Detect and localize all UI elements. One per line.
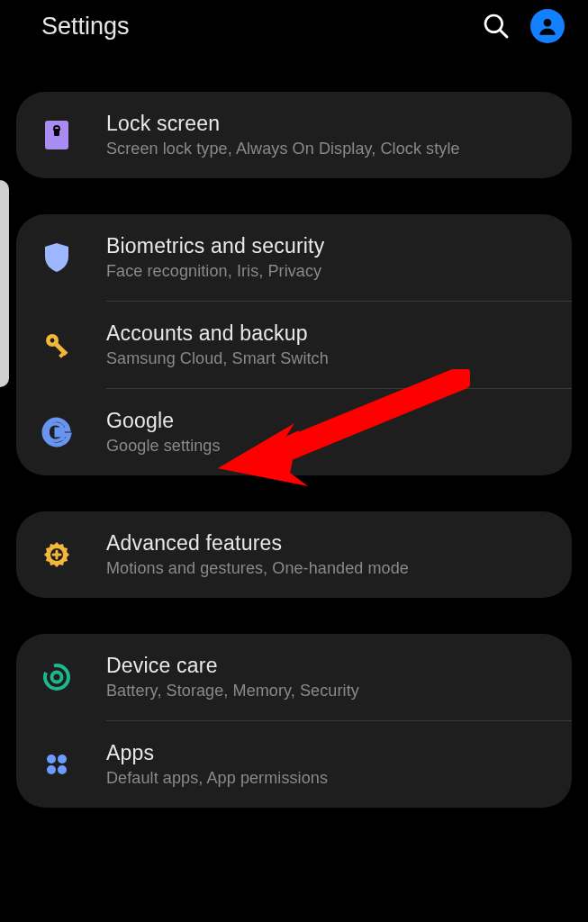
- header-actions: [482, 9, 565, 43]
- item-subtitle: Samsung Cloud, Smart Switch: [106, 349, 548, 368]
- gear-plus-icon: [34, 538, 79, 571]
- item-text: Accounts and backup Samsung Cloud, Smart…: [79, 321, 548, 368]
- shield-icon: [34, 241, 79, 274]
- svg-point-14: [58, 755, 67, 764]
- edge-panel-handle[interactable]: [0, 180, 9, 387]
- settings-group: Lock screen Screen lock type, Always On …: [16, 92, 572, 178]
- header: Settings: [0, 0, 588, 52]
- item-title: Biometrics and security: [106, 234, 548, 258]
- item-text: Biometrics and security Face recognition…: [79, 234, 548, 281]
- settings-group: Advanced features Motions and gestures, …: [16, 511, 572, 598]
- item-title: Lock screen: [106, 112, 548, 136]
- item-title: Apps: [106, 741, 548, 765]
- item-subtitle: Screen lock type, Always On Display, Clo…: [106, 140, 548, 158]
- item-subtitle: Default apps, App permissions: [106, 769, 548, 788]
- page-title: Settings: [41, 13, 130, 41]
- svg-rect-4: [54, 129, 59, 136]
- item-subtitle: Motions and gestures, One-handed mode: [106, 559, 548, 578]
- item-apps[interactable]: Apps Default apps, App permissions: [16, 721, 572, 808]
- search-icon[interactable]: [482, 12, 511, 41]
- item-subtitle: Battery, Storage, Memory, Security: [106, 682, 548, 701]
- item-google[interactable]: G Google Google settings: [16, 389, 572, 475]
- item-subtitle: Face recognition, Iris, Privacy: [106, 262, 548, 281]
- apps-icon: [34, 750, 79, 779]
- profile-avatar[interactable]: [530, 9, 565, 43]
- svg-line-1: [501, 31, 507, 37]
- svg-point-15: [47, 765, 56, 774]
- settings-group: Device care Battery, Storage, Memory, Se…: [16, 634, 572, 808]
- svg-point-11: [41, 661, 73, 693]
- item-device-care[interactable]: Device care Battery, Storage, Memory, Se…: [16, 634, 572, 720]
- svg-point-12: [52, 673, 62, 682]
- item-text: Apps Default apps, App permissions: [79, 741, 548, 788]
- svg-point-16: [58, 765, 67, 774]
- svg-text:G: G: [44, 417, 67, 447]
- svg-point-2: [544, 19, 552, 27]
- svg-point-13: [47, 755, 56, 764]
- item-text: Google Google settings: [79, 409, 548, 456]
- lock-icon: [34, 118, 79, 152]
- key-icon: [34, 329, 79, 361]
- settings-list: Lock screen Screen lock type, Always On …: [0, 92, 588, 808]
- item-title: Accounts and backup: [106, 321, 548, 346]
- item-text: Device care Battery, Storage, Memory, Se…: [79, 654, 548, 701]
- google-icon: G: [34, 417, 79, 447]
- item-title: Google: [106, 409, 548, 433]
- device-care-icon: [34, 661, 79, 693]
- settings-group: Biometrics and security Face recognition…: [16, 214, 572, 475]
- item-accounts[interactable]: Accounts and backup Samsung Cloud, Smart…: [16, 302, 572, 388]
- item-text: Lock screen Screen lock type, Always On …: [79, 112, 548, 158]
- item-title: Advanced features: [106, 531, 548, 556]
- item-advanced[interactable]: Advanced features Motions and gestures, …: [16, 511, 572, 598]
- item-lock-screen[interactable]: Lock screen Screen lock type, Always On …: [16, 92, 572, 178]
- item-text: Advanced features Motions and gestures, …: [79, 531, 548, 578]
- item-title: Device care: [106, 654, 548, 678]
- item-biometrics[interactable]: Biometrics and security Face recognition…: [16, 214, 572, 301]
- item-subtitle: Google settings: [106, 437, 548, 456]
